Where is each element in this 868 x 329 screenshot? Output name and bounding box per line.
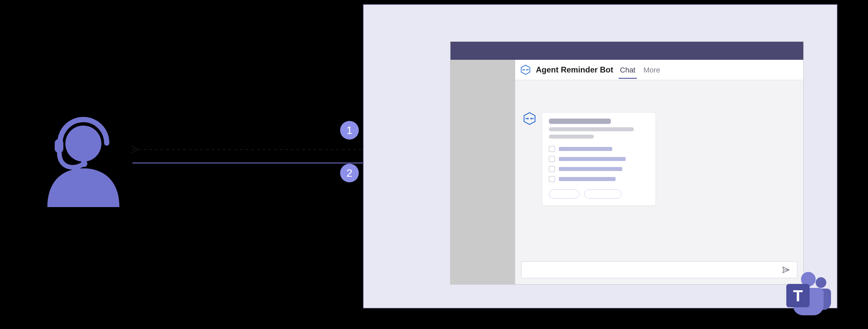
- checklist-item-label: [559, 157, 626, 161]
- svg-point-9: [526, 69, 528, 71]
- card-checklist: [549, 146, 649, 182]
- checkbox-icon[interactable]: [549, 156, 555, 162]
- svg-point-0: [65, 126, 101, 162]
- checklist-item[interactable]: [549, 156, 649, 162]
- message-avatar-icon: [523, 112, 536, 125]
- card-subtext-placeholder: [549, 135, 594, 139]
- step-badge-1: 1: [340, 121, 359, 140]
- checklist-item[interactable]: [549, 146, 649, 152]
- connectors: [127, 140, 401, 173]
- svg-point-8: [524, 69, 525, 71]
- bot-app-title: Agent Reminder Bot: [536, 65, 613, 75]
- bot-app-icon: [521, 65, 530, 75]
- checkbox-icon[interactable]: [549, 176, 555, 182]
- ms-teams-logo-icon: T: [782, 269, 832, 319]
- card-title-placeholder: [549, 118, 611, 124]
- teams-app-window: Agent Reminder Bot Chat More: [450, 42, 804, 284]
- teams-panel: Agent Reminder Bot Chat More: [363, 4, 838, 309]
- agent-icon: [40, 107, 127, 207]
- checkbox-icon[interactable]: [549, 166, 555, 172]
- teams-left-rail: [451, 60, 515, 284]
- checklist-item[interactable]: [549, 166, 649, 172]
- checklist-item[interactable]: [549, 176, 649, 182]
- svg-point-2: [81, 160, 87, 167]
- teams-tab-bar: Agent Reminder Bot Chat More: [515, 60, 803, 80]
- adaptive-card: [542, 112, 656, 206]
- compose-box[interactable]: [521, 262, 797, 278]
- svg-point-12: [530, 117, 532, 119]
- step-badge-2: 2: [340, 164, 359, 182]
- svg-text:T: T: [793, 287, 803, 305]
- card-subtext-placeholder: [549, 127, 634, 131]
- svg-point-11: [527, 117, 529, 119]
- teams-window-header: [451, 42, 803, 60]
- checklist-item-label: [559, 167, 622, 171]
- tab-more[interactable]: More: [642, 61, 661, 79]
- teams-chat-area: [515, 80, 803, 284]
- tab-chat[interactable]: Chat: [619, 61, 637, 79]
- checklist-item-label: [559, 177, 616, 181]
- checkbox-icon[interactable]: [549, 146, 555, 152]
- svg-point-14: [816, 277, 826, 288]
- card-action-button[interactable]: [549, 189, 580, 199]
- checklist-item-label: [559, 147, 612, 151]
- card-action-button[interactable]: [584, 189, 622, 199]
